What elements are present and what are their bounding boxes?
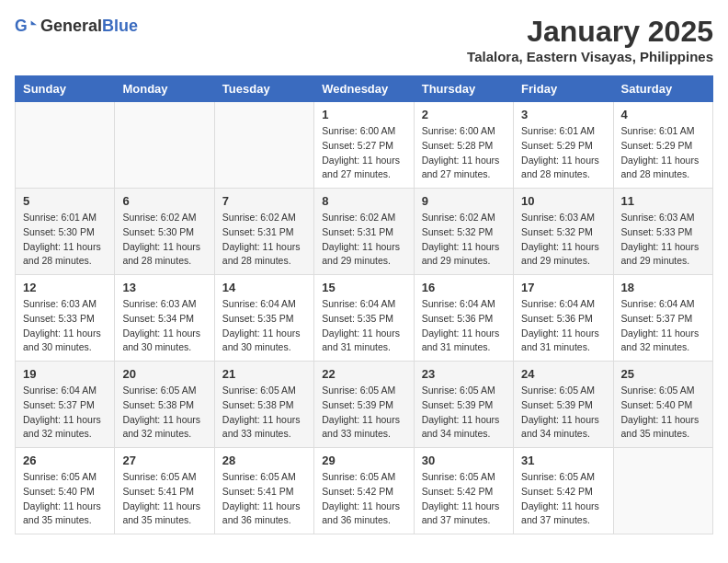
table-row: 15Sunrise: 6:04 AM Sunset: 5:35 PM Dayli… xyxy=(314,275,414,362)
day-number: 26 xyxy=(23,454,107,467)
calendar-week-row: 5Sunrise: 6:01 AM Sunset: 5:30 PM Daylig… xyxy=(16,189,713,275)
table-row xyxy=(115,102,214,189)
col-wednesday: Wednesday xyxy=(314,76,414,102)
day-info: Sunrise: 6:02 AM Sunset: 5:30 PM Dayligh… xyxy=(122,211,206,269)
logo-text-blue: Blue xyxy=(102,17,138,35)
day-info: Sunrise: 6:02 AM Sunset: 5:31 PM Dayligh… xyxy=(222,211,306,269)
day-info: Sunrise: 6:05 AM Sunset: 5:39 PM Dayligh… xyxy=(422,384,506,442)
table-row: 26Sunrise: 6:05 AM Sunset: 5:40 PM Dayli… xyxy=(16,448,115,534)
col-sunday: Sunday xyxy=(16,76,115,102)
day-number: 3 xyxy=(521,108,605,121)
table-row: 22Sunrise: 6:05 AM Sunset: 5:39 PM Dayli… xyxy=(314,362,414,448)
day-info: Sunrise: 6:01 AM Sunset: 5:29 PM Dayligh… xyxy=(621,124,705,182)
table-row: 6Sunrise: 6:02 AM Sunset: 5:30 PM Daylig… xyxy=(115,189,214,275)
day-number: 12 xyxy=(23,281,107,294)
day-info: Sunrise: 6:05 AM Sunset: 5:41 PM Dayligh… xyxy=(222,470,306,528)
day-number: 7 xyxy=(222,194,306,208)
day-info: Sunrise: 6:04 AM Sunset: 5:37 PM Dayligh… xyxy=(23,384,107,442)
table-row: 10Sunrise: 6:03 AM Sunset: 5:32 PM Dayli… xyxy=(514,189,613,275)
table-row: 20Sunrise: 6:05 AM Sunset: 5:38 PM Dayli… xyxy=(115,362,214,448)
table-row: 24Sunrise: 6:05 AM Sunset: 5:39 PM Dayli… xyxy=(514,362,613,448)
table-row: 2Sunrise: 6:00 AM Sunset: 5:28 PM Daylig… xyxy=(414,102,513,189)
day-info: Sunrise: 6:00 AM Sunset: 5:28 PM Dayligh… xyxy=(422,124,506,182)
table-row xyxy=(613,448,712,534)
table-row: 29Sunrise: 6:05 AM Sunset: 5:42 PM Dayli… xyxy=(314,448,414,534)
day-info: Sunrise: 6:03 AM Sunset: 5:33 PM Dayligh… xyxy=(23,297,107,355)
day-info: Sunrise: 6:02 AM Sunset: 5:31 PM Dayligh… xyxy=(322,211,405,269)
day-number: 15 xyxy=(322,281,405,294)
col-friday: Friday xyxy=(514,76,613,102)
day-number: 31 xyxy=(521,454,605,467)
day-info: Sunrise: 6:05 AM Sunset: 5:38 PM Dayligh… xyxy=(222,384,306,442)
day-number: 9 xyxy=(422,194,506,208)
calendar-header-row: Sunday Monday Tuesday Wednesday Thursday… xyxy=(16,76,713,102)
logo: G GeneralBlue xyxy=(15,15,138,37)
day-number: 11 xyxy=(621,194,705,208)
table-row: 21Sunrise: 6:05 AM Sunset: 5:38 PM Dayli… xyxy=(214,362,313,448)
svg-marker-1 xyxy=(31,20,37,25)
day-number: 22 xyxy=(322,367,405,381)
svg-text:G: G xyxy=(15,17,28,35)
table-row: 8Sunrise: 6:02 AM Sunset: 5:31 PM Daylig… xyxy=(314,189,414,275)
day-info: Sunrise: 6:03 AM Sunset: 5:34 PM Dayligh… xyxy=(122,297,206,355)
day-number: 19 xyxy=(23,367,107,381)
calendar-week-row: 1Sunrise: 6:00 AM Sunset: 5:27 PM Daylig… xyxy=(16,102,713,189)
table-row: 4Sunrise: 6:01 AM Sunset: 5:29 PM Daylig… xyxy=(613,102,712,189)
day-number: 5 xyxy=(23,194,107,208)
day-info: Sunrise: 6:05 AM Sunset: 5:40 PM Dayligh… xyxy=(23,470,107,528)
day-number: 24 xyxy=(521,367,605,381)
table-row: 25Sunrise: 6:05 AM Sunset: 5:40 PM Dayli… xyxy=(613,362,712,448)
table-row: 13Sunrise: 6:03 AM Sunset: 5:34 PM Dayli… xyxy=(115,275,214,362)
day-number: 14 xyxy=(222,281,306,294)
title-area: January 2025 Talalora, Eastern Visayas, … xyxy=(467,15,713,64)
day-info: Sunrise: 6:02 AM Sunset: 5:32 PM Dayligh… xyxy=(422,211,506,269)
day-info: Sunrise: 6:05 AM Sunset: 5:38 PM Dayligh… xyxy=(122,384,206,442)
day-number: 17 xyxy=(521,281,605,294)
day-number: 18 xyxy=(621,281,705,294)
day-info: Sunrise: 6:01 AM Sunset: 5:29 PM Dayligh… xyxy=(521,124,605,182)
logo-text-general: General xyxy=(40,17,102,35)
table-row: 14Sunrise: 6:04 AM Sunset: 5:35 PM Dayli… xyxy=(214,275,313,362)
day-number: 20 xyxy=(122,367,206,381)
table-row: 12Sunrise: 6:03 AM Sunset: 5:33 PM Dayli… xyxy=(16,275,115,362)
table-row: 27Sunrise: 6:05 AM Sunset: 5:41 PM Dayli… xyxy=(115,448,214,534)
table-row: 28Sunrise: 6:05 AM Sunset: 5:41 PM Dayli… xyxy=(214,448,313,534)
calendar-week-row: 19Sunrise: 6:04 AM Sunset: 5:37 PM Dayli… xyxy=(16,362,713,448)
table-row: 31Sunrise: 6:05 AM Sunset: 5:42 PM Dayli… xyxy=(514,448,613,534)
day-number: 27 xyxy=(122,454,206,467)
day-info: Sunrise: 6:05 AM Sunset: 5:39 PM Dayligh… xyxy=(521,384,605,442)
table-row: 17Sunrise: 6:04 AM Sunset: 5:36 PM Dayli… xyxy=(514,275,613,362)
day-info: Sunrise: 6:05 AM Sunset: 5:42 PM Dayligh… xyxy=(422,470,506,528)
day-number: 21 xyxy=(222,367,306,381)
header: G GeneralBlue January 2025 Talalora, Eas… xyxy=(15,15,713,64)
table-row: 30Sunrise: 6:05 AM Sunset: 5:42 PM Dayli… xyxy=(414,448,513,534)
day-number: 2 xyxy=(422,108,506,121)
main-title: January 2025 xyxy=(467,15,713,49)
day-number: 30 xyxy=(422,454,506,467)
day-info: Sunrise: 6:03 AM Sunset: 5:33 PM Dayligh… xyxy=(621,211,705,269)
table-row: 11Sunrise: 6:03 AM Sunset: 5:33 PM Dayli… xyxy=(613,189,712,275)
table-row: 1Sunrise: 6:00 AM Sunset: 5:27 PM Daylig… xyxy=(314,102,414,189)
col-monday: Monday xyxy=(115,76,214,102)
table-row: 19Sunrise: 6:04 AM Sunset: 5:37 PM Dayli… xyxy=(16,362,115,448)
day-number: 1 xyxy=(322,108,405,121)
table-row xyxy=(16,102,115,189)
table-row: 18Sunrise: 6:04 AM Sunset: 5:37 PM Dayli… xyxy=(613,275,712,362)
day-info: Sunrise: 6:01 AM Sunset: 5:30 PM Dayligh… xyxy=(23,211,107,269)
table-row: 9Sunrise: 6:02 AM Sunset: 5:32 PM Daylig… xyxy=(414,189,513,275)
day-info: Sunrise: 6:03 AM Sunset: 5:32 PM Dayligh… xyxy=(521,211,605,269)
day-info: Sunrise: 6:04 AM Sunset: 5:36 PM Dayligh… xyxy=(521,297,605,355)
table-row: 23Sunrise: 6:05 AM Sunset: 5:39 PM Dayli… xyxy=(414,362,513,448)
table-row: 16Sunrise: 6:04 AM Sunset: 5:36 PM Dayli… xyxy=(414,275,513,362)
day-number: 8 xyxy=(322,194,405,208)
table-row: 5Sunrise: 6:01 AM Sunset: 5:30 PM Daylig… xyxy=(16,189,115,275)
day-number: 4 xyxy=(621,108,705,121)
day-info: Sunrise: 6:05 AM Sunset: 5:42 PM Dayligh… xyxy=(322,470,405,528)
day-info: Sunrise: 6:04 AM Sunset: 5:35 PM Dayligh… xyxy=(222,297,306,355)
logo-icon: G xyxy=(15,15,37,37)
subtitle: Talalora, Eastern Visayas, Philippines xyxy=(467,49,713,64)
day-info: Sunrise: 6:04 AM Sunset: 5:36 PM Dayligh… xyxy=(422,297,506,355)
table-row xyxy=(214,102,313,189)
col-tuesday: Tuesday xyxy=(214,76,313,102)
day-number: 23 xyxy=(422,367,506,381)
